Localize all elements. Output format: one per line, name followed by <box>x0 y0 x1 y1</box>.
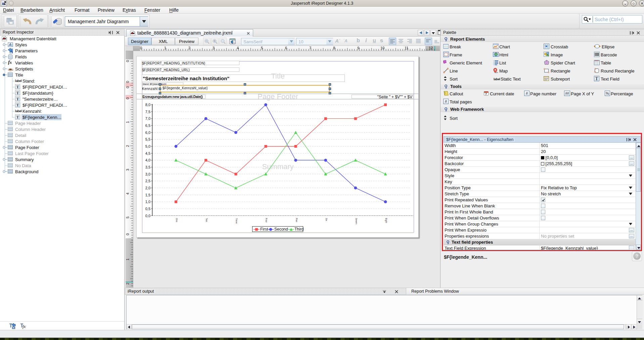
svg-text:7,5: 7,5 <box>145 110 150 114</box>
svg-text:4,0: 4,0 <box>145 158 150 162</box>
svg-text:Three: Three <box>235 218 238 224</box>
svg-text:A: A <box>8 43 11 47</box>
svg-text:4,5: 4,5 <box>145 151 150 155</box>
svg-text:6,0: 6,0 <box>145 131 150 135</box>
svg-text:0,0: 0,0 <box>145 214 150 218</box>
svg-text:Eight: Eight <box>385 218 387 223</box>
svg-text:2,0: 2,0 <box>145 186 150 190</box>
svg-text:5,5: 5,5 <box>145 137 150 141</box>
svg-text:1,0: 1,0 <box>145 200 150 204</box>
svg-text:Seven: Seven <box>355 218 358 225</box>
svg-text:Five: Five <box>295 218 298 223</box>
svg-text:3,0: 3,0 <box>145 172 150 176</box>
svg-text:7: 7 <box>485 92 487 96</box>
svg-text:Four: Four <box>265 218 268 223</box>
svg-text:Two: Two <box>205 218 208 222</box>
svg-text:3,5: 3,5 <box>145 165 150 169</box>
svg-text:5,0: 5,0 <box>145 144 150 148</box>
svg-text:fx: fx <box>22 324 26 329</box>
svg-text:Six: Six <box>325 218 328 222</box>
svg-text:0,5: 0,5 <box>145 207 150 211</box>
svg-text:8,0: 8,0 <box>145 103 150 107</box>
svg-text:6,5: 6,5 <box>145 124 150 128</box>
svg-text:1,5: 1,5 <box>145 193 150 197</box>
svg-text:IN: IN <box>10 51 12 54</box>
svg-text:7,0: 7,0 <box>145 116 150 120</box>
svg-text:IN: IN <box>12 327 15 329</box>
svg-text:2,5: 2,5 <box>145 179 150 183</box>
svg-text:One: One <box>176 218 178 223</box>
